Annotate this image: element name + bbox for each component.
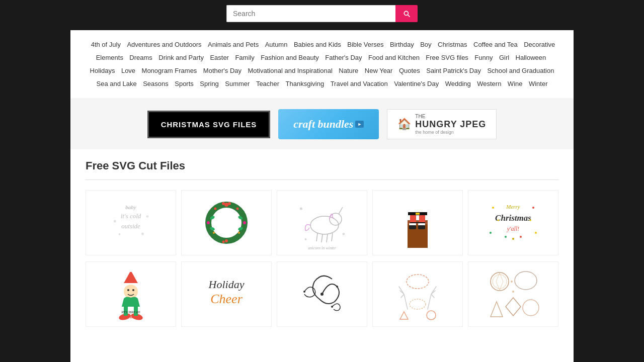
svg-item-swirls[interactable] xyxy=(277,261,367,327)
nav-tag-nature[interactable]: Nature xyxy=(339,67,358,74)
nav-tag-dreams[interactable]: Dreams xyxy=(129,54,152,61)
svg-point-48 xyxy=(535,232,537,234)
nav-tag-spring[interactable]: Spring xyxy=(200,80,219,87)
page-wrapper: 4th of July Adventures and Outdoors Anim… xyxy=(70,30,574,362)
svg-grid-row1: baby it's cold outside ❄ ❄ ❄ ❄ xyxy=(86,190,558,255)
svg-point-87 xyxy=(512,291,514,293)
nav-tag-babies[interactable]: Babies and Kids xyxy=(294,41,341,48)
svg-item-geometric-frames[interactable] xyxy=(468,261,558,327)
nav-tag-drink[interactable]: Drink and Party xyxy=(158,54,204,61)
nav-tag-wine[interactable]: Wine xyxy=(508,80,523,87)
nav-tag-mothersday[interactable]: Mother's Day xyxy=(203,67,242,74)
svg-point-79 xyxy=(491,273,509,291)
nav-tag-autumn[interactable]: Autumn xyxy=(265,41,288,48)
nav-tag-newyear[interactable]: New Year xyxy=(365,67,393,74)
nav-tag-sports[interactable]: Sports xyxy=(175,80,194,87)
nav-tag-christmas[interactable]: Christmas xyxy=(438,41,467,48)
svg-point-14 xyxy=(243,221,246,224)
antlers-svg xyxy=(390,266,445,322)
nav-tag-food[interactable]: Food and Kitchen xyxy=(368,54,420,61)
swirls-svg xyxy=(294,269,350,319)
svg-text:Merry: Merry xyxy=(506,204,520,210)
nav-tag-fathersday[interactable]: Father's Day xyxy=(325,54,362,61)
nav-tag-easter[interactable]: Easter xyxy=(210,54,229,61)
svg-point-7 xyxy=(208,205,245,241)
nav-tag-thanksgiving[interactable]: Thanksgiving xyxy=(286,80,325,87)
svg-rect-38 xyxy=(409,223,416,225)
svg-item-holiday-cheer[interactable]: Holiday Cheer xyxy=(181,261,272,327)
svg-point-82 xyxy=(515,272,537,290)
nav-tag-quotes[interactable]: Quotes xyxy=(399,67,420,74)
nav-tag-western[interactable]: Western xyxy=(477,80,501,87)
unicorn-svg: unicorn in winter ❄ ❄ ❄ xyxy=(294,195,350,250)
nav-tag-travel[interactable]: Travel and Vacation xyxy=(331,80,388,87)
svg-point-77 xyxy=(427,311,436,320)
svg-item-wreath[interactable] xyxy=(181,190,272,255)
svg-line-27 xyxy=(321,234,323,242)
nav-tag-teacher[interactable]: Teacher xyxy=(256,80,279,87)
banner-craft[interactable]: craft bundles ► xyxy=(278,109,379,139)
nav-tag-halloween[interactable]: Halloween xyxy=(516,54,546,61)
nav-tag-animals[interactable]: Animals and Pets xyxy=(208,41,259,48)
nav-tag-bible[interactable]: Bible Verses xyxy=(347,41,383,48)
svg-item-unicorn[interactable]: unicorn in winter ❄ ❄ ❄ xyxy=(277,190,367,255)
nav-tag-love[interactable]: Love xyxy=(121,67,135,74)
nav-tags: 4th of July Adventures and Outdoors Anim… xyxy=(70,30,574,99)
row-spacer xyxy=(86,255,558,261)
nav-tag-birthday[interactable]: Birthday xyxy=(390,41,414,48)
svg-item-baby-cold[interactable]: baby it's cold outside ❄ ❄ ❄ ❄ xyxy=(86,190,176,255)
nav-tag-freesvg[interactable]: Free SVG files xyxy=(426,54,468,61)
svg-point-80 xyxy=(493,275,507,289)
svg-point-15 xyxy=(214,208,217,210)
main-content: Free SVG Cut Files baby it's cold outsid… xyxy=(70,149,574,342)
svg-point-55 xyxy=(520,236,522,238)
nav-tag-girl[interactable]: Girl xyxy=(499,54,509,61)
svg-point-54 xyxy=(505,236,507,238)
svg-point-75 xyxy=(407,275,429,289)
svg-item-santa-chimney[interactable] xyxy=(372,190,463,255)
nav-tag-winter[interactable]: Winter xyxy=(529,80,548,87)
section-divider xyxy=(86,179,558,180)
search-area xyxy=(0,0,644,30)
nav-tag-funny[interactable]: Funny xyxy=(474,54,493,61)
nav-tag-sealake[interactable]: Sea and Lake xyxy=(97,80,137,87)
nav-tag-holidays[interactable]: Holidays xyxy=(90,67,115,74)
svg-text:❄: ❄ xyxy=(141,232,144,236)
svg-marker-76 xyxy=(400,312,408,319)
nav-tag-stpatricks[interactable]: Saint Patrick's Day xyxy=(426,67,481,74)
nav-tag-boy[interactable]: Boy xyxy=(420,41,431,48)
svg-point-72 xyxy=(336,286,338,288)
svg-point-12 xyxy=(222,241,225,243)
svg-text:✦: ✦ xyxy=(497,218,500,223)
nav-tag-valentines[interactable]: Valentine's Day xyxy=(394,80,439,87)
svg-line-26 xyxy=(316,233,317,241)
elfie-svg: let's take an #elfie xyxy=(106,266,156,322)
nav-tag-fashion[interactable]: Fashion and Beauty xyxy=(261,54,319,61)
svg-point-47 xyxy=(490,232,492,234)
santa-chimney-svg xyxy=(395,195,440,250)
svg-item-elfie[interactable]: let's take an #elfie xyxy=(86,261,176,327)
nav-tag-motivational[interactable]: Motivational and Inspirational xyxy=(248,67,332,74)
search-button[interactable] xyxy=(395,5,418,22)
svg-rect-39 xyxy=(418,223,425,225)
section-title: Free SVG Cut Files xyxy=(86,159,558,176)
svg-text:Christmas: Christmas xyxy=(495,213,531,223)
nav-tag-coffee[interactable]: Coffee and Tea xyxy=(473,41,518,48)
nav-tag-school[interactable]: School and Graduation xyxy=(487,67,554,74)
svg-item-merry-christmas[interactable]: Merry Christmas y'all! ✦ ✦ xyxy=(468,190,558,255)
search-input[interactable] xyxy=(226,5,395,22)
svg-rect-40 xyxy=(409,225,416,229)
svg-point-60 xyxy=(124,285,138,299)
nav-tag-seasons[interactable]: Seasons xyxy=(143,80,169,87)
svg-text:✦: ✦ xyxy=(529,218,532,223)
nav-tag-4th-july[interactable]: 4th of July xyxy=(91,41,121,48)
nav-tag-family[interactable]: Family xyxy=(235,54,254,61)
nav-tag-monogram[interactable]: Monogram Frames xyxy=(142,67,197,74)
nav-tag-adventures[interactable]: Adventures and Outdoors xyxy=(127,41,201,48)
nav-tag-summer[interactable]: Summer xyxy=(225,80,250,87)
banner-christmas[interactable]: CHRISTMAS SVG FILES xyxy=(147,111,271,138)
nav-tag-wedding[interactable]: Wedding xyxy=(445,80,471,87)
banner-hungry-jpeg[interactable]: 🏠 THE HUNGRY JPEG the home of design xyxy=(387,109,497,139)
svg-item-antlers-frames[interactable] xyxy=(372,261,463,327)
svg-rect-43 xyxy=(416,213,420,215)
